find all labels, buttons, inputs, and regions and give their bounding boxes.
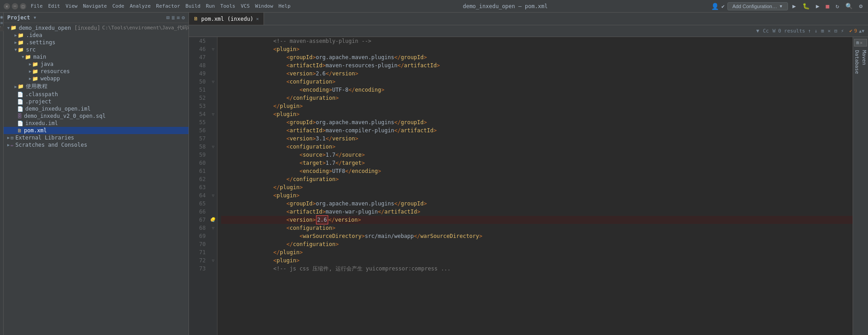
fold-icon-50[interactable]: ▽ [212,79,214,84]
code-line-60: <target>1.7</target> [221,159,853,167]
tree-item-idea[interactable]: ▶ 📁 .idea [4,32,189,39]
left-icon-1[interactable]: ◉ [0,14,3,19]
tree-item-scratches[interactable]: ▶ ✏ Scratches and Consoles [4,141,189,149]
code-text: configuration [290,143,332,151]
word-match-icon[interactable]: W [772,28,777,34]
code-text: > [332,78,335,86]
more-options-icon[interactable]: ⚡ [840,28,845,34]
folder-icon: 📁 [18,40,24,46]
code-text: < [221,216,290,224]
tree-item-pom[interactable]: 🗎 pom.xml [4,127,189,134]
expand-badge-icon[interactable]: ▲▼ [859,28,864,33]
line-num-69: 69 [191,232,208,240]
code-content[interactable]: <!-- maven-assembly-plugin --> <plugin> … [217,37,853,335]
menu-run[interactable]: Run [206,3,215,9]
search-close-icon[interactable]: ✕ [827,28,832,34]
code-text: < [221,159,303,167]
filter-icon[interactable]: ⊞ [820,28,825,34]
database-tab-label[interactable]: Database [854,50,860,74]
menu-build[interactable]: Build [185,3,200,9]
vcs-icon[interactable]: ✔ [722,3,725,9]
debug-button[interactable]: 🐛 [801,2,811,10]
fold-icon-46[interactable]: ▽ [212,47,214,51]
nav-next-icon[interactable]: Cc [762,28,769,34]
gutter-56 [209,126,217,135]
minimize-button[interactable]: ─ [12,3,18,9]
maven-tab-label[interactable]: Maven [861,50,867,65]
close-button[interactable]: ✕ [4,3,10,9]
fold-icon-72[interactable]: ▽ [212,258,214,263]
code-text: 1.7 [326,151,335,159]
gutter-48 [209,61,217,70]
menu-window[interactable]: Window [255,3,273,9]
run-coverage-button[interactable]: ▶ [814,2,821,10]
tree-item-settings[interactable]: ▶ 📁 .settings [4,39,189,46]
settings-button[interactable]: ⚙ [857,2,864,10]
menu-tools[interactable]: Tools [220,3,235,9]
gutter-50: ▽ [209,78,217,86]
tree-item-classpath[interactable]: 📄 .classpath [4,91,189,98]
search-down-icon[interactable]: ↓ [814,28,819,34]
sql-file-icon: 🗄 [17,113,22,119]
scope-icon[interactable]: ⊞ [166,14,170,21]
editor-tab-pom[interactable]: 🗎 pom.xml (inxedu) ✕ [189,13,264,25]
tree-item-main[interactable]: ▼ 📁 main [4,53,189,60]
tab-close-button[interactable]: ✕ [256,16,259,21]
search-up-icon[interactable]: ↑ [807,28,812,34]
add-configuration-button[interactable]: Add Configuration… ▼ [727,2,788,10]
menu-code[interactable]: Code [112,3,124,9]
tree-item-ext-libs[interactable]: ▶ ⊞ External Libraries [4,134,189,141]
project-title: Project [7,14,30,21]
code-text: < [221,208,290,216]
menu-edit[interactable]: Edit [48,3,61,9]
code-text: < [221,143,290,151]
nav-prev-icon[interactable]: ▼ [755,28,760,34]
close-maven-icon[interactable]: ✕ [860,40,863,45]
tree-item-tutorial[interactable]: ▶ 📁 使用教程 [4,82,189,91]
tree-item-resources[interactable]: ▶ 📁 resources [4,68,189,75]
menu-view[interactable]: View [66,3,78,9]
menu-vcs[interactable]: VCS [241,3,250,9]
run-button[interactable]: ▶ [791,2,798,10]
fold-icon-68[interactable]: ▽ [212,226,214,230]
code-text: < [221,232,303,240]
filter-btn[interactable]: ⊟ [833,28,838,34]
code-line-68: <configuration> [221,224,853,232]
fold-icon-64[interactable]: ▽ [212,193,214,198]
tree-item-project-file[interactable]: 📄 .project [4,98,189,105]
maven-float-btn[interactable]: m ✕ [854,39,867,47]
reload-button[interactable]: ↻ [834,2,841,10]
menu-navigate[interactable]: Navigate [83,3,107,9]
tree-item-iml1[interactable]: 📄 demo_inxedu_open.iml [4,105,189,112]
menu-file[interactable]: File [31,3,43,9]
menu-refactor[interactable]: Refactor [156,3,180,9]
menu-help[interactable]: Help [278,3,291,9]
tree-item-label: .classpath [25,91,58,98]
tree-item-root[interactable]: ▼ 📁 demo_inxedu_open [inxedu] C:\Tools\e… [4,24,189,32]
menu-analyze[interactable]: Analyze [130,3,151,9]
stop-button[interactable]: ■ [824,2,831,10]
expand-all-icon[interactable]: ≣ [171,14,175,21]
expand-arrow-icon: ▶ [14,84,17,89]
user-icon[interactable]: 👤 [711,3,719,10]
tree-item-iml2[interactable]: 📄 inxedu.iml [4,120,189,127]
gutter-65 [209,200,217,208]
search-everywhere-button[interactable]: 🔍 [844,2,854,10]
tree-item-sql[interactable]: 🗄 demo_inxedu_v2_0_open.sql [4,112,189,120]
code-text: < [221,53,290,61]
fold-icon-54[interactable]: ▽ [212,112,214,116]
dropdown-icon[interactable]: ▼ [34,15,36,20]
panel-settings-icon[interactable]: ⚙ [182,14,185,21]
collapse-all-icon[interactable]: ≡ [177,14,180,21]
tree-item-webapp[interactable]: ▶ 📁 webapp [4,75,189,82]
code-text: </ [349,86,355,94]
tree-item-label: main [33,54,46,60]
fold-icon-58[interactable]: ▽ [212,144,214,149]
gutter-66 [209,208,217,216]
tree-item-src[interactable]: ▼ 📁 src [4,46,189,53]
code-editor[interactable]: 45 46 47 48 49 50 51 52 53 54 55 56 57 5… [189,37,868,335]
tree-item-java[interactable]: ▶ 📁 java [4,60,189,68]
code-line-57: <version>3.1</version> [221,135,853,143]
maximize-button[interactable]: □ [20,3,26,9]
left-icon-2[interactable]: ≡ [0,20,3,25]
